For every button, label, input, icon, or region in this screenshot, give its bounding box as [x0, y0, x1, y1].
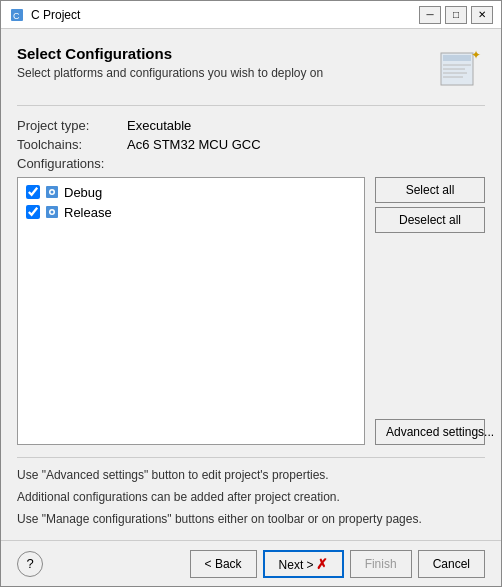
header-divider: [17, 105, 485, 106]
config-list: Debug Release: [17, 177, 365, 445]
window-icon: C: [9, 7, 25, 23]
svg-rect-3: [443, 55, 471, 61]
back-button[interactable]: < Back: [190, 550, 257, 578]
page-header: Select Configurations Select platforms a…: [17, 45, 485, 93]
project-type-row: Project type: Executable: [17, 118, 485, 133]
toolchains-value: Ac6 STM32 MCU GCC: [127, 137, 261, 152]
config-label-debug: Debug: [64, 185, 102, 200]
deselect-all-button[interactable]: Deselect all: [375, 207, 485, 233]
config-checkbox-debug[interactable]: [26, 185, 40, 199]
maximize-button[interactable]: □: [445, 6, 467, 24]
project-type-value: Executable: [127, 118, 191, 133]
toolchains-label: Toolchains:: [17, 137, 127, 152]
footer-right: < Back Next >✗ Finish Cancel: [190, 550, 485, 578]
wizard-icon: ✦: [437, 45, 485, 93]
page-header-icon: ✦: [437, 45, 485, 93]
title-bar: C C Project ─ □ ✕: [1, 1, 501, 29]
svg-point-14: [51, 211, 54, 214]
help-button[interactable]: ?: [17, 551, 43, 577]
info-line-1: Use "Advanced settings" button to edit p…: [17, 466, 485, 484]
info-line-3: Use "Manage configurations" buttons eith…: [17, 510, 485, 528]
config-label-release: Release: [64, 205, 112, 220]
svg-point-11: [51, 191, 54, 194]
window: C C Project ─ □ ✕ Select Configurations …: [0, 0, 502, 587]
debug-config-icon: [44, 184, 60, 200]
info-line-2: Additional configurations can be added a…: [17, 488, 485, 506]
configurations-label: Configurations:: [17, 156, 485, 171]
page-title: Select Configurations: [17, 45, 323, 62]
advanced-settings-button[interactable]: Advanced settings...: [375, 419, 485, 445]
close-button[interactable]: ✕: [471, 6, 493, 24]
cursor-x-icon: ✗: [316, 556, 328, 572]
config-item-debug[interactable]: Debug: [22, 182, 360, 202]
select-deselect-buttons: Select all Deselect all: [375, 177, 485, 233]
page-header-left: Select Configurations Select platforms a…: [17, 45, 323, 80]
info-section: Use "Advanced settings" button to edit p…: [17, 457, 485, 540]
window-title: C Project: [31, 8, 413, 22]
next-label: Next >: [279, 558, 314, 572]
release-config-icon: [44, 204, 60, 220]
svg-text:C: C: [13, 11, 20, 21]
page-subtitle: Select platforms and configurations you …: [17, 66, 323, 80]
config-right-panel: Select all Deselect all Advanced setting…: [375, 177, 485, 445]
select-all-button[interactable]: Select all: [375, 177, 485, 203]
title-bar-controls: ─ □ ✕: [419, 6, 493, 24]
toolchains-row: Toolchains: Ac6 STM32 MCU GCC: [17, 137, 485, 152]
config-item-release[interactable]: Release: [22, 202, 360, 222]
content-area: Select Configurations Select platforms a…: [1, 29, 501, 540]
finish-button[interactable]: Finish: [350, 550, 412, 578]
footer-left: ?: [17, 551, 43, 577]
project-type-label: Project type:: [17, 118, 127, 133]
configurations-area: Debug Release: [17, 177, 485, 445]
footer: ? < Back Next >✗ Finish Cancel: [1, 540, 501, 586]
svg-text:✦: ✦: [471, 48, 481, 62]
config-checkbox-release[interactable]: [26, 205, 40, 219]
cancel-button[interactable]: Cancel: [418, 550, 485, 578]
minimize-button[interactable]: ─: [419, 6, 441, 24]
next-button[interactable]: Next >✗: [263, 550, 344, 578]
